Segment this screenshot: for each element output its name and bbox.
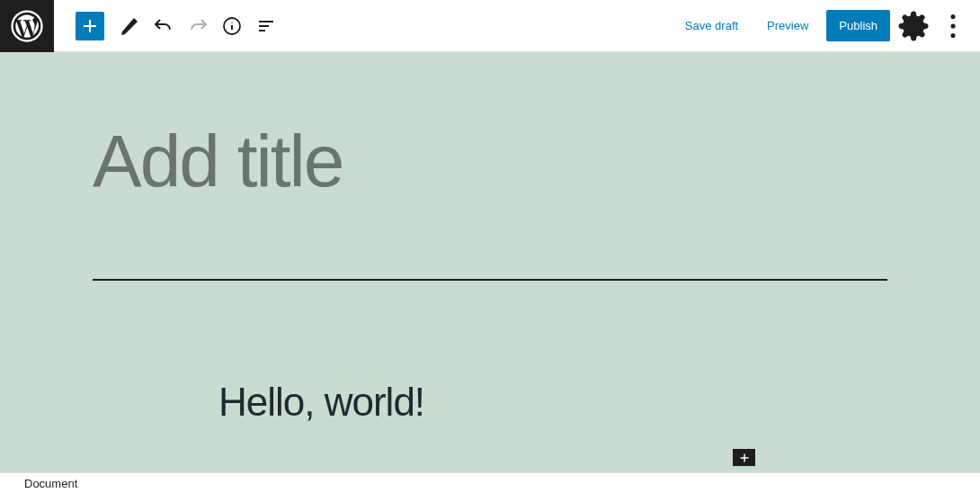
svg-point-3 [950, 23, 955, 28]
info-icon [221, 15, 243, 37]
content-wrapper: Add title Hello, world! [85, 124, 895, 425]
svg-point-2 [950, 13, 955, 18]
pencil-icon [119, 15, 140, 37]
toolbar-right-group: Save draft Preview Publish [674, 10, 980, 42]
gear-icon [897, 10, 930, 42]
undo-icon [153, 15, 174, 37]
separator-block[interactable] [93, 279, 887, 281]
plus-icon [79, 15, 101, 37]
settings-button[interactable] [897, 10, 930, 42]
add-block-button[interactable] [76, 12, 104, 40]
wordpress-logo-button[interactable] [0, 0, 54, 52]
save-draft-button[interactable]: Save draft [674, 12, 749, 40]
preview-button[interactable]: Preview [756, 12, 819, 40]
post-title-input[interactable]: Add title [93, 124, 887, 198]
more-options-button[interactable] [937, 10, 969, 42]
paragraph-block[interactable]: Hello, world! [218, 380, 887, 425]
editor-toolbar: Save draft Preview Publish [0, 0, 980, 52]
floating-add-block-button[interactable] [733, 449, 755, 466]
wordpress-icon [11, 10, 43, 42]
breadcrumb-document[interactable]: Document [24, 477, 77, 490]
kebab-icon [937, 10, 969, 42]
redo-button[interactable] [182, 10, 214, 42]
undo-button[interactable] [147, 10, 180, 42]
toolbar-left-group [0, 0, 282, 51]
outline-button[interactable] [250, 10, 282, 42]
editor-canvas[interactable]: Add title Hello, world! [0, 52, 980, 472]
redo-icon [187, 15, 209, 37]
svg-point-4 [950, 32, 955, 37]
tools-button[interactable] [113, 10, 146, 42]
plus-icon [736, 450, 753, 466]
list-view-icon [255, 15, 277, 37]
details-button[interactable] [216, 10, 248, 42]
block-breadcrumb: Document [0, 472, 980, 493]
publish-button[interactable]: Publish [826, 10, 890, 41]
